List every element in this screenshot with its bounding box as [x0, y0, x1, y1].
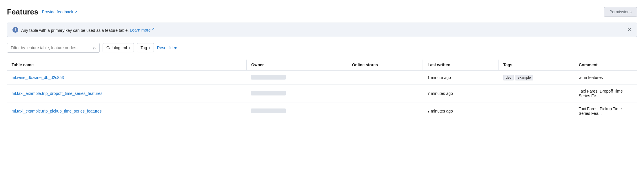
page-title: Features [7, 8, 38, 16]
col-header-table-name: Table name [7, 60, 246, 70]
feedback-link[interactable]: Provide feedback ↗ [42, 10, 77, 14]
table-name-link[interactable]: ml.wine_db.wine_db_d2c853 [12, 75, 64, 80]
table-cell-tags [499, 102, 574, 120]
tag-badge[interactable]: example [515, 75, 533, 80]
search-icon: ⌕ [93, 45, 96, 50]
col-header-tags: Tags [499, 60, 574, 70]
tag-badge[interactable]: dev [503, 75, 514, 80]
banner-text: Any table with a primary key can be used… [21, 27, 154, 33]
table-cell-online-stores [347, 85, 423, 102]
table-name-link[interactable]: ml.taxi_example.trip_pickup_time_series_… [12, 109, 101, 113]
external-link-icon: ↗ [74, 10, 77, 14]
table-cell-owner [246, 85, 347, 102]
search-wrapper[interactable]: ⌕ [7, 43, 100, 53]
chevron-down-icon: ▾ [129, 46, 130, 49]
feature-table: Table name Owner Online stores Last writ… [7, 60, 637, 120]
table-body: ml.wine_db.wine_db_d2c8531 minute agodev… [7, 70, 637, 120]
table-cell-comment: wine features [574, 70, 637, 85]
banner-close-button[interactable]: ✕ [627, 27, 632, 32]
table-header: Table name Owner Online stores Last writ… [7, 60, 637, 70]
learn-more-external-icon: ↗ [152, 27, 154, 31]
table-cell-name: ml.taxi_example.trip_pickup_time_series_… [7, 102, 246, 120]
table-cell-last-written: 7 minutes ago [423, 85, 499, 102]
feedback-label: Provide feedback [42, 10, 73, 14]
table-cell-online-stores [347, 102, 423, 120]
catalog-dropdown[interactable]: Catalog: ml ▾ [103, 43, 134, 52]
col-header-comment: Comment [574, 60, 637, 70]
col-header-owner: Owner [246, 60, 347, 70]
table-cell-tags: devexample [499, 70, 574, 85]
table-cell-name: ml.wine_db.wine_db_d2c853 [7, 70, 246, 85]
tag-dropdown[interactable]: Tag ▾ [137, 43, 154, 52]
table-row: ml.taxi_example.trip_dropoff_time_series… [7, 85, 637, 102]
table-cell-comment: Taxi Fares. Dropoff Time Series Fe... [574, 85, 637, 102]
permissions-button[interactable]: Permissions [604, 7, 637, 17]
table-name-link[interactable]: ml.taxi_example.trip_dropoff_time_series… [12, 91, 102, 96]
table-cell-tags [499, 85, 574, 102]
search-input[interactable] [11, 45, 93, 50]
page-header-left: Features Provide feedback ↗ [7, 8, 77, 16]
table-row: ml.taxi_example.trip_pickup_time_series_… [7, 102, 637, 120]
table-cell-comment: Taxi Fares. Pickup Time Series Fea... [574, 102, 637, 120]
table-cell-owner [246, 70, 347, 85]
learn-more-label: Learn more [130, 28, 151, 32]
table-row: ml.wine_db.wine_db_d2c8531 minute agodev… [7, 70, 637, 85]
owner-placeholder [251, 91, 286, 95]
info-icon: i [12, 27, 18, 33]
reset-filters-link[interactable]: Reset filters [157, 45, 178, 50]
table-cell-name: ml.taxi_example.trip_dropoff_time_series… [7, 85, 246, 102]
owner-placeholder [251, 108, 286, 113]
owner-placeholder [251, 75, 286, 80]
tag-label: Tag [141, 45, 147, 50]
table-cell-last-written: 1 minute ago [423, 70, 499, 85]
catalog-label: Catalog: ml [106, 45, 127, 50]
info-banner: i Any table with a primary key can be us… [7, 23, 637, 37]
table-cell-online-stores [347, 70, 423, 85]
filter-bar: ⌕ Catalog: ml ▾ Tag ▾ Reset filters [7, 43, 637, 53]
chevron-down-icon-2: ▾ [149, 46, 150, 49]
table-cell-owner [246, 102, 347, 120]
page-header: Features Provide feedback ↗ Permissions [7, 7, 637, 17]
col-header-online-stores: Online stores [347, 60, 423, 70]
col-header-last-written: Last written [423, 60, 499, 70]
learn-more-link[interactable]: Learn more ↗ [130, 28, 154, 32]
info-banner-left: i Any table with a primary key can be us… [12, 27, 154, 33]
table-cell-last-written: 7 minutes ago [423, 102, 499, 120]
